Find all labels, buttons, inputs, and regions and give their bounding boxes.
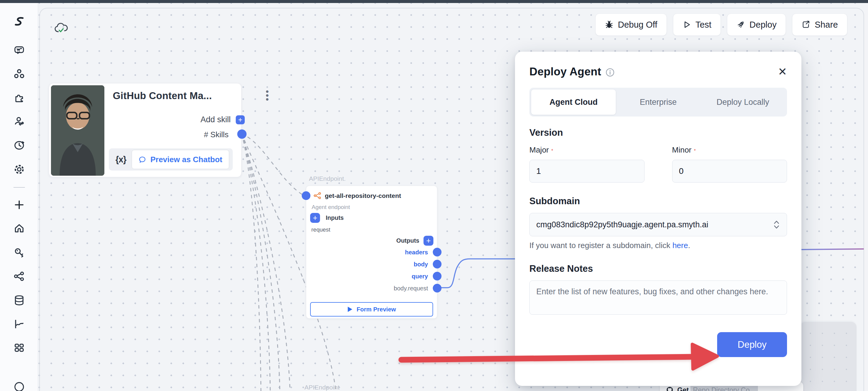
- test-button-label: Test: [695, 20, 711, 30]
- smythos-logo-icon[interactable]: [12, 15, 26, 29]
- chat-bubble-icon: [138, 156, 146, 164]
- share-button[interactable]: Share: [792, 13, 847, 36]
- node-subtitle: Agent endpoint: [312, 204, 350, 211]
- bottom-node-title-prefix: Get: [677, 386, 689, 391]
- left-sidebar: [0, 3, 38, 391]
- deploy-agent-modal: Deploy Agent ✕ Agent Cloud Enterprise De…: [515, 52, 801, 386]
- settings-gear-icon[interactable]: [12, 163, 26, 176]
- play-filled-icon: [347, 306, 353, 312]
- history-clock-icon[interactable]: [12, 138, 26, 152]
- vault-key-icon[interactable]: [12, 246, 26, 259]
- share-button-label: Share: [815, 20, 838, 30]
- api-endpoint-icon: [313, 192, 321, 200]
- version-heading: Version: [529, 127, 787, 138]
- window-top-bar: [0, 0, 868, 3]
- sidebar-divider: [13, 187, 25, 188]
- subdomain-helper-text: If you want to register a subdomain, cli…: [529, 241, 787, 250]
- deploy-toolbar-button[interactable]: Deploy: [727, 13, 786, 36]
- select-chevrons-icon: [773, 220, 780, 229]
- form-preview-label: Form Preview: [356, 306, 396, 313]
- add-output-button[interactable]: +: [424, 236, 433, 246]
- close-icon[interactable]: ✕: [778, 66, 787, 77]
- output-body-request-port[interactable]: [433, 284, 441, 292]
- deploy-button[interactable]: Deploy: [717, 332, 787, 357]
- home-icon[interactable]: [12, 222, 26, 235]
- release-notes-textarea[interactable]: [529, 280, 787, 315]
- agent-title: GitHub Content Ma...: [113, 90, 245, 102]
- help-globe-icon[interactable]: [12, 379, 26, 391]
- workflow-nodes-icon[interactable]: [12, 67, 26, 81]
- endpoint-group-label: APIEndpoint.: [309, 175, 346, 182]
- outputs-label: Outputs: [396, 237, 419, 244]
- node-title: get-all-repository-content: [325, 192, 401, 199]
- agent-menu-kebab-icon[interactable]: •••: [264, 89, 271, 103]
- output-query-port[interactable]: [433, 272, 441, 280]
- subdomain-value: cmg083ndic8p92py5th9uagje.agent.pa.smyth…: [536, 220, 708, 229]
- output-body-request-label: body.request: [314, 285, 428, 292]
- agent-card[interactable]: GitHub Content Ma... ••• Add skill + # S…: [49, 83, 242, 177]
- subdomain-heading: Subdomain: [529, 196, 787, 206]
- tab-agent-cloud[interactable]: Agent Cloud: [531, 89, 616, 115]
- weaver-chat-icon[interactable]: [12, 43, 26, 57]
- deploy-target-tabs: Agent Cloud Enterprise Deploy Locally: [529, 88, 787, 116]
- plugins-puzzle-icon[interactable]: [12, 91, 26, 105]
- preview-as-chatbot-label: Preview as Chatbot: [150, 155, 222, 164]
- rocket-icon: [736, 20, 745, 29]
- output-body-port[interactable]: [433, 260, 441, 269]
- agent-avatar-photo: [51, 85, 104, 176]
- analytics-chart-icon[interactable]: [12, 317, 26, 331]
- major-required-mark: *: [551, 148, 553, 153]
- test-button[interactable]: Test: [673, 13, 721, 36]
- release-notes-heading: Release Notes: [529, 263, 787, 274]
- minor-version-input[interactable]: [672, 160, 787, 183]
- inputs-label: Inputs: [326, 215, 344, 221]
- node-input-port[interactable]: [302, 191, 310, 200]
- apps-grid-icon[interactable]: [12, 341, 26, 355]
- debug-toggle-button[interactable]: Debug Off: [595, 13, 667, 36]
- output-query-label: query: [314, 273, 428, 280]
- minor-required-mark: *: [694, 148, 696, 153]
- deploy-toolbar-label: Deploy: [749, 20, 777, 30]
- tab-deploy-locally[interactable]: Deploy Locally: [701, 89, 785, 115]
- canvas-right-gutter: [864, 3, 868, 391]
- skills-connector-label: # Skills: [204, 130, 228, 139]
- add-skill-button[interactable]: +: [236, 115, 245, 124]
- background-panel: [800, 322, 857, 391]
- output-body-label: body: [314, 261, 428, 268]
- agent-actions-pill: {x} Preview as Chatbot: [109, 148, 233, 171]
- add-skill-label: Add skill: [200, 115, 231, 124]
- variables-badge[interactable]: {x}: [116, 155, 126, 165]
- bug-icon: [604, 20, 614, 29]
- output-headers-label: headers: [314, 249, 428, 256]
- data-database-icon[interactable]: [12, 294, 26, 307]
- modal-title: Deploy Agent: [529, 65, 601, 78]
- preview-as-chatbot-button[interactable]: Preview as Chatbot: [132, 150, 229, 169]
- debug-toggle-label: Debug Off: [618, 20, 657, 30]
- tab-enterprise[interactable]: Enterprise: [616, 89, 700, 115]
- major-version-input[interactable]: [529, 160, 645, 183]
- play-icon: [682, 20, 691, 29]
- share-export-icon: [801, 20, 810, 29]
- subdomain-select[interactable]: cmg083ndic8p92py5th9uagje.agent.pa.smyth…: [529, 213, 787, 236]
- add-plus-icon[interactable]: [12, 198, 26, 212]
- canvas-toolbar: Debug Off Test Deploy Share: [595, 13, 847, 36]
- output-headers-port[interactable]: [433, 248, 441, 256]
- add-input-button[interactable]: +: [310, 213, 320, 223]
- agents-person-icon[interactable]: [12, 115, 26, 129]
- major-label: Major: [529, 145, 549, 155]
- info-icon[interactable]: [606, 68, 615, 77]
- form-preview-button[interactable]: Form Preview: [310, 302, 433, 316]
- github-octocat-icon: [666, 386, 674, 391]
- minor-label: Minor: [672, 145, 692, 155]
- endpoint-group-label-bottom: APIEndpoint: [304, 384, 340, 391]
- cloud-saved-icon: [54, 21, 70, 35]
- bottom-node-title-highlighted: Repo Directory Co...: [690, 386, 757, 391]
- api-endpoint-node[interactable]: get-all-repository-content Agent endpoin…: [306, 186, 437, 318]
- share-network-icon[interactable]: [12, 269, 26, 283]
- input-request-label: request: [311, 226, 330, 233]
- register-subdomain-link[interactable]: here: [673, 241, 688, 250]
- skills-connector-dot[interactable]: [237, 130, 247, 139]
